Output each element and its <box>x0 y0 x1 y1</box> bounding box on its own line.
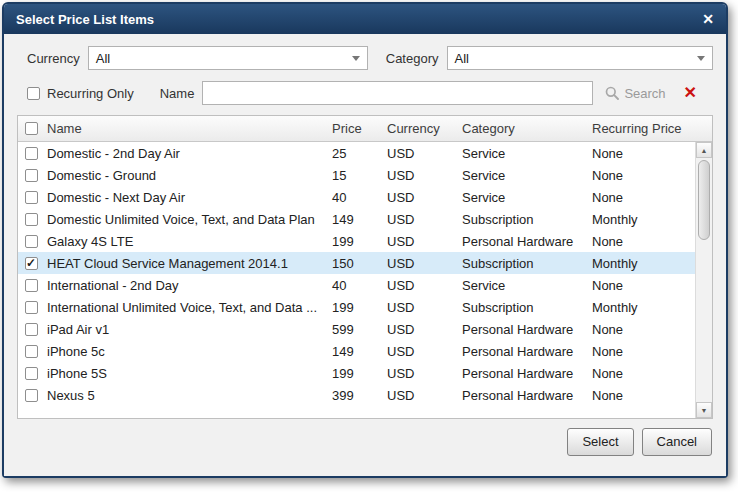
cell-price: 149 <box>329 212 384 227</box>
clear-search-icon[interactable]: ✕ <box>684 85 697 101</box>
cell-currency: USD <box>384 388 459 403</box>
cell-currency: USD <box>384 146 459 161</box>
cell-price: 40 <box>329 190 384 205</box>
cell-name: Domestic - Ground <box>44 168 329 183</box>
row-checkbox[interactable] <box>25 367 38 380</box>
column-header-category[interactable]: Category <box>459 121 589 136</box>
row-checkbox[interactable] <box>25 213 38 226</box>
cell-name: Galaxy 4S LTE <box>44 234 329 249</box>
select-price-list-items-dialog: Select Price List Items ✕ Currency All C… <box>2 2 728 478</box>
table-row[interactable]: Nexus 5399USDPersonal HardwareNone <box>18 384 695 406</box>
cell-name: International Unlimited Voice, Text, and… <box>44 300 329 315</box>
table-body-wrap: Domestic - 2nd Day Air25USDServiceNoneDo… <box>18 142 712 418</box>
cell-recurring-price: None <box>589 388 695 403</box>
row-checkbox[interactable] <box>25 345 38 358</box>
table-row[interactable]: iPad Air v1599USDPersonal HardwareNone <box>18 318 695 340</box>
table-row[interactable]: iPhone 5c149USDPersonal HardwareNone <box>18 340 695 362</box>
cell-currency: USD <box>384 256 459 271</box>
column-header-recurring-price[interactable]: Recurring Price <box>589 121 695 136</box>
cell-name: iPhone 5c <box>44 344 329 359</box>
column-header-name[interactable]: Name <box>44 121 329 136</box>
table-row[interactable]: Domestic - Ground15USDServiceNone <box>18 164 695 186</box>
cell-category: Subscription <box>459 256 589 271</box>
row-checkbox[interactable] <box>25 389 38 402</box>
select-all-cell <box>18 122 44 135</box>
cell-price: 40 <box>329 278 384 293</box>
price-list-table: Name Price Currency Category Recurring P… <box>17 115 713 419</box>
row-checkbox-cell <box>18 345 44 358</box>
row-checkbox[interactable] <box>25 191 38 204</box>
recurring-only-checkbox[interactable] <box>27 87 40 100</box>
recurring-only-label: Recurring Only <box>47 86 134 101</box>
row-checkbox[interactable] <box>25 279 38 292</box>
chevron-down-icon <box>352 56 360 61</box>
dialog-body: Currency All Category All Recurring Only… <box>4 34 726 476</box>
row-checkbox-cell <box>18 235 44 248</box>
cell-price: 15 <box>329 168 384 183</box>
scroll-down-icon[interactable]: ▼ <box>696 402 712 418</box>
scrollbar-track[interactable] <box>696 158 712 402</box>
table-row[interactable]: International - 2nd Day40USDServiceNone <box>18 274 695 296</box>
cell-category: Service <box>459 146 589 161</box>
table-row[interactable]: Domestic Unlimited Voice, Text, and Data… <box>18 208 695 230</box>
cancel-button[interactable]: Cancel <box>642 428 712 456</box>
cell-name: iPhone 5S <box>44 366 329 381</box>
row-checkbox-cell <box>18 389 44 402</box>
category-select[interactable]: All <box>447 46 714 70</box>
select-button[interactable]: Select <box>567 428 633 456</box>
row-checkbox-cell <box>18 279 44 292</box>
cell-currency: USD <box>384 300 459 315</box>
row-checkbox[interactable]: ✓ <box>25 257 38 270</box>
cell-category: Service <box>459 190 589 205</box>
row-checkbox-cell <box>18 191 44 204</box>
category-select-value: All <box>455 51 469 66</box>
row-checkbox[interactable] <box>25 235 38 248</box>
dialog-title: Select Price List Items <box>16 12 154 27</box>
cell-price: 25 <box>329 146 384 161</box>
row-checkbox-cell: ✓ <box>18 257 44 270</box>
cell-category: Subscription <box>459 300 589 315</box>
table-row[interactable]: Domestic - 2nd Day Air25USDServiceNone <box>18 142 695 164</box>
cell-name: Domestic Unlimited Voice, Text, and Data… <box>44 212 329 227</box>
currency-select[interactable]: All <box>88 46 368 70</box>
dialog-footer: Select Cancel <box>17 419 713 476</box>
vertical-scrollbar[interactable]: ▲ ▼ <box>695 142 712 418</box>
select-all-checkbox[interactable] <box>25 122 38 135</box>
scrollbar-thumb[interactable] <box>698 160 710 240</box>
cell-currency: USD <box>384 190 459 205</box>
name-search-input[interactable] <box>202 81 593 105</box>
scroll-up-icon[interactable]: ▲ <box>696 142 712 158</box>
cell-name: HEAT Cloud Service Management 2014.1 <box>44 256 329 271</box>
search-label: Search <box>624 86 665 101</box>
table-row[interactable]: iPhone 5S199USDPersonal HardwareNone <box>18 362 695 384</box>
column-header-price[interactable]: Price <box>329 121 384 136</box>
cell-name: Domestic - 2nd Day Air <box>44 146 329 161</box>
cell-category: Personal Hardware <box>459 366 589 381</box>
cell-currency: USD <box>384 344 459 359</box>
table-row[interactable]: International Unlimited Voice, Text, and… <box>18 296 695 318</box>
row-checkbox[interactable] <box>25 323 38 336</box>
cell-recurring-price: Monthly <box>589 256 695 271</box>
row-checkbox[interactable] <box>25 301 38 314</box>
cell-price: 150 <box>329 256 384 271</box>
table-row[interactable]: ✓HEAT Cloud Service Management 2014.1150… <box>18 252 695 274</box>
cell-name: iPad Air v1 <box>44 322 329 337</box>
cell-recurring-price: None <box>589 278 695 293</box>
row-checkbox-cell <box>18 367 44 380</box>
cell-recurring-price: None <box>589 234 695 249</box>
cell-recurring-price: Monthly <box>589 300 695 315</box>
row-checkbox[interactable] <box>25 147 38 160</box>
table-row[interactable]: Galaxy 4S LTE199USDPersonal HardwareNone <box>18 230 695 252</box>
cell-price: 599 <box>329 322 384 337</box>
column-header-currency[interactable]: Currency <box>384 121 459 136</box>
close-icon[interactable]: ✕ <box>702 12 714 26</box>
cell-name: Nexus 5 <box>44 388 329 403</box>
table-row[interactable]: Domestic - Next Day Air40USDServiceNone <box>18 186 695 208</box>
cell-currency: USD <box>384 212 459 227</box>
search-button[interactable]: Search <box>605 86 665 101</box>
row-checkbox[interactable] <box>25 169 38 182</box>
cell-category: Service <box>459 278 589 293</box>
row-checkbox-cell <box>18 301 44 314</box>
row-checkbox-cell <box>18 323 44 336</box>
cell-price: 399 <box>329 388 384 403</box>
